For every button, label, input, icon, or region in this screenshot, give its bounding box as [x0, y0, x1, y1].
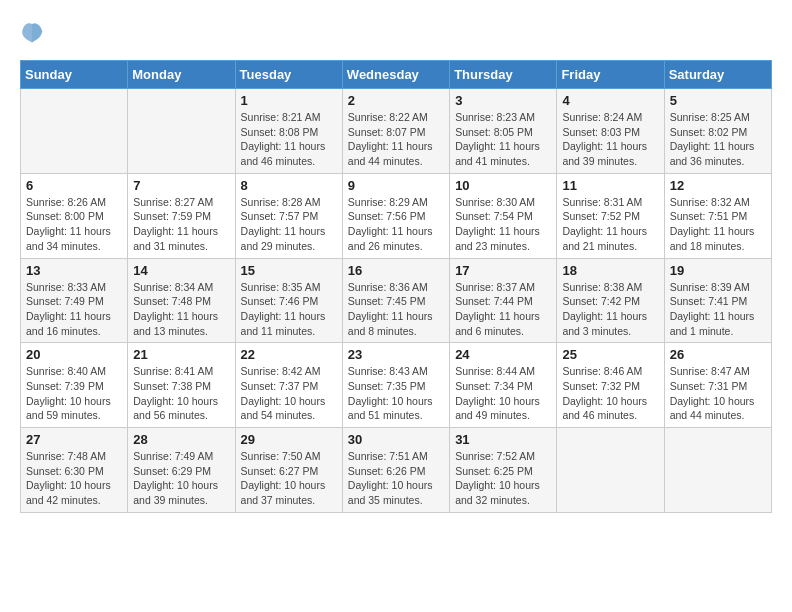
day-info: Sunrise: 8:43 AM Sunset: 7:35 PM Dayligh… [348, 364, 444, 423]
day-number: 23 [348, 347, 444, 362]
calendar-cell: 25Sunrise: 8:46 AM Sunset: 7:32 PM Dayli… [557, 343, 664, 428]
day-info: Sunrise: 8:34 AM Sunset: 7:48 PM Dayligh… [133, 280, 229, 339]
logo-icon [20, 20, 44, 44]
day-info: Sunrise: 8:27 AM Sunset: 7:59 PM Dayligh… [133, 195, 229, 254]
week-row-3: 13Sunrise: 8:33 AM Sunset: 7:49 PM Dayli… [21, 258, 772, 343]
day-number: 20 [26, 347, 122, 362]
day-info: Sunrise: 7:51 AM Sunset: 6:26 PM Dayligh… [348, 449, 444, 508]
day-header-sunday: Sunday [21, 61, 128, 89]
day-info: Sunrise: 7:50 AM Sunset: 6:27 PM Dayligh… [241, 449, 337, 508]
day-info: Sunrise: 8:36 AM Sunset: 7:45 PM Dayligh… [348, 280, 444, 339]
day-info: Sunrise: 8:40 AM Sunset: 7:39 PM Dayligh… [26, 364, 122, 423]
calendar-cell: 31Sunrise: 7:52 AM Sunset: 6:25 PM Dayli… [450, 428, 557, 513]
day-info: Sunrise: 8:28 AM Sunset: 7:57 PM Dayligh… [241, 195, 337, 254]
day-info: Sunrise: 8:46 AM Sunset: 7:32 PM Dayligh… [562, 364, 658, 423]
day-number: 13 [26, 263, 122, 278]
calendar-cell: 6Sunrise: 8:26 AM Sunset: 8:00 PM Daylig… [21, 173, 128, 258]
calendar-cell: 13Sunrise: 8:33 AM Sunset: 7:49 PM Dayli… [21, 258, 128, 343]
calendar-cell: 3Sunrise: 8:23 AM Sunset: 8:05 PM Daylig… [450, 89, 557, 174]
day-header-tuesday: Tuesday [235, 61, 342, 89]
day-number: 5 [670, 93, 766, 108]
day-number: 30 [348, 432, 444, 447]
calendar-header-row: SundayMondayTuesdayWednesdayThursdayFrid… [21, 61, 772, 89]
calendar-cell: 7Sunrise: 8:27 AM Sunset: 7:59 PM Daylig… [128, 173, 235, 258]
calendar-cell: 10Sunrise: 8:30 AM Sunset: 7:54 PM Dayli… [450, 173, 557, 258]
day-header-monday: Monday [128, 61, 235, 89]
day-info: Sunrise: 8:42 AM Sunset: 7:37 PM Dayligh… [241, 364, 337, 423]
week-row-1: 1Sunrise: 8:21 AM Sunset: 8:08 PM Daylig… [21, 89, 772, 174]
day-info: Sunrise: 8:47 AM Sunset: 7:31 PM Dayligh… [670, 364, 766, 423]
calendar-cell [557, 428, 664, 513]
day-number: 3 [455, 93, 551, 108]
day-info: Sunrise: 8:24 AM Sunset: 8:03 PM Dayligh… [562, 110, 658, 169]
day-header-saturday: Saturday [664, 61, 771, 89]
day-number: 24 [455, 347, 551, 362]
day-number: 25 [562, 347, 658, 362]
week-row-4: 20Sunrise: 8:40 AM Sunset: 7:39 PM Dayli… [21, 343, 772, 428]
day-info: Sunrise: 7:52 AM Sunset: 6:25 PM Dayligh… [455, 449, 551, 508]
day-number: 17 [455, 263, 551, 278]
day-number: 2 [348, 93, 444, 108]
calendar-cell: 23Sunrise: 8:43 AM Sunset: 7:35 PM Dayli… [342, 343, 449, 428]
calendar-cell: 22Sunrise: 8:42 AM Sunset: 7:37 PM Dayli… [235, 343, 342, 428]
calendar-cell: 2Sunrise: 8:22 AM Sunset: 8:07 PM Daylig… [342, 89, 449, 174]
day-info: Sunrise: 8:35 AM Sunset: 7:46 PM Dayligh… [241, 280, 337, 339]
day-info: Sunrise: 8:44 AM Sunset: 7:34 PM Dayligh… [455, 364, 551, 423]
day-header-friday: Friday [557, 61, 664, 89]
day-number: 28 [133, 432, 229, 447]
day-number: 16 [348, 263, 444, 278]
day-info: Sunrise: 8:26 AM Sunset: 8:00 PM Dayligh… [26, 195, 122, 254]
day-number: 29 [241, 432, 337, 447]
calendar-table: SundayMondayTuesdayWednesdayThursdayFrid… [20, 60, 772, 513]
day-info: Sunrise: 8:29 AM Sunset: 7:56 PM Dayligh… [348, 195, 444, 254]
day-info: Sunrise: 7:49 AM Sunset: 6:29 PM Dayligh… [133, 449, 229, 508]
day-number: 1 [241, 93, 337, 108]
week-row-2: 6Sunrise: 8:26 AM Sunset: 8:00 PM Daylig… [21, 173, 772, 258]
day-info: Sunrise: 8:38 AM Sunset: 7:42 PM Dayligh… [562, 280, 658, 339]
calendar-cell: 16Sunrise: 8:36 AM Sunset: 7:45 PM Dayli… [342, 258, 449, 343]
calendar-cell: 4Sunrise: 8:24 AM Sunset: 8:03 PM Daylig… [557, 89, 664, 174]
day-number: 7 [133, 178, 229, 193]
calendar-cell: 14Sunrise: 8:34 AM Sunset: 7:48 PM Dayli… [128, 258, 235, 343]
day-number: 12 [670, 178, 766, 193]
calendar-cell: 9Sunrise: 8:29 AM Sunset: 7:56 PM Daylig… [342, 173, 449, 258]
day-info: Sunrise: 8:23 AM Sunset: 8:05 PM Dayligh… [455, 110, 551, 169]
calendar-cell [664, 428, 771, 513]
day-info: Sunrise: 8:37 AM Sunset: 7:44 PM Dayligh… [455, 280, 551, 339]
calendar-cell: 26Sunrise: 8:47 AM Sunset: 7:31 PM Dayli… [664, 343, 771, 428]
day-number: 27 [26, 432, 122, 447]
day-info: Sunrise: 8:39 AM Sunset: 7:41 PM Dayligh… [670, 280, 766, 339]
logo [20, 20, 48, 44]
day-number: 9 [348, 178, 444, 193]
day-number: 21 [133, 347, 229, 362]
calendar-cell: 20Sunrise: 8:40 AM Sunset: 7:39 PM Dayli… [21, 343, 128, 428]
day-number: 26 [670, 347, 766, 362]
calendar-cell: 5Sunrise: 8:25 AM Sunset: 8:02 PM Daylig… [664, 89, 771, 174]
calendar-cell: 11Sunrise: 8:31 AM Sunset: 7:52 PM Dayli… [557, 173, 664, 258]
calendar-cell: 15Sunrise: 8:35 AM Sunset: 7:46 PM Dayli… [235, 258, 342, 343]
calendar-cell: 29Sunrise: 7:50 AM Sunset: 6:27 PM Dayli… [235, 428, 342, 513]
day-number: 10 [455, 178, 551, 193]
calendar-cell: 19Sunrise: 8:39 AM Sunset: 7:41 PM Dayli… [664, 258, 771, 343]
day-number: 11 [562, 178, 658, 193]
day-number: 4 [562, 93, 658, 108]
day-number: 6 [26, 178, 122, 193]
day-info: Sunrise: 8:30 AM Sunset: 7:54 PM Dayligh… [455, 195, 551, 254]
day-header-wednesday: Wednesday [342, 61, 449, 89]
calendar-cell: 8Sunrise: 8:28 AM Sunset: 7:57 PM Daylig… [235, 173, 342, 258]
calendar-cell: 27Sunrise: 7:48 AM Sunset: 6:30 PM Dayli… [21, 428, 128, 513]
calendar-cell: 30Sunrise: 7:51 AM Sunset: 6:26 PM Dayli… [342, 428, 449, 513]
day-info: Sunrise: 8:31 AM Sunset: 7:52 PM Dayligh… [562, 195, 658, 254]
day-info: Sunrise: 7:48 AM Sunset: 6:30 PM Dayligh… [26, 449, 122, 508]
calendar-cell [21, 89, 128, 174]
day-number: 22 [241, 347, 337, 362]
day-number: 31 [455, 432, 551, 447]
week-row-5: 27Sunrise: 7:48 AM Sunset: 6:30 PM Dayli… [21, 428, 772, 513]
calendar-cell: 12Sunrise: 8:32 AM Sunset: 7:51 PM Dayli… [664, 173, 771, 258]
day-info: Sunrise: 8:25 AM Sunset: 8:02 PM Dayligh… [670, 110, 766, 169]
calendar-cell: 21Sunrise: 8:41 AM Sunset: 7:38 PM Dayli… [128, 343, 235, 428]
day-number: 8 [241, 178, 337, 193]
calendar-cell: 17Sunrise: 8:37 AM Sunset: 7:44 PM Dayli… [450, 258, 557, 343]
calendar-cell [128, 89, 235, 174]
day-info: Sunrise: 8:32 AM Sunset: 7:51 PM Dayligh… [670, 195, 766, 254]
